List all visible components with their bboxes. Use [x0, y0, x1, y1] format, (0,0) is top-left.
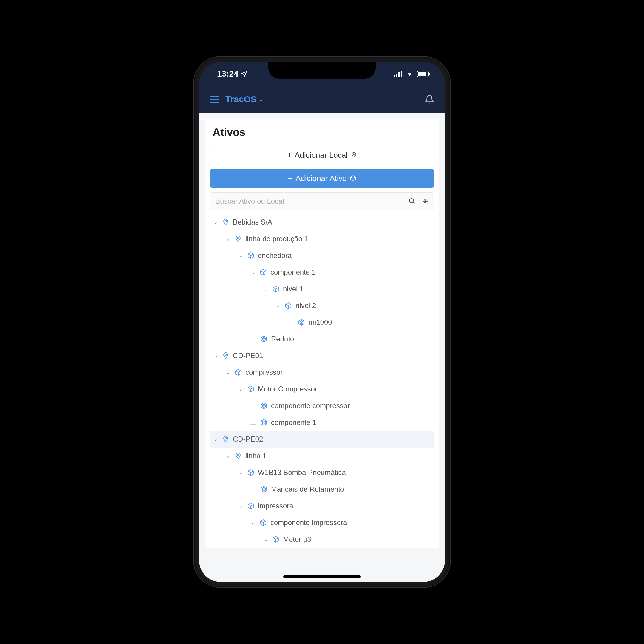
tree-item-label: linha de produção 1	[245, 235, 308, 243]
svg-point-14	[225, 438, 227, 439]
tree-item[interactable]: ⌄Motor Compressor	[210, 381, 434, 397]
tree-item[interactable]: Redutor	[210, 331, 434, 347]
tree-elbow	[250, 400, 256, 408]
tree-item[interactable]: ⌄W1B13 Bomba Pneumática	[210, 464, 434, 481]
notch	[268, 62, 376, 79]
tree-item[interactable]: ⌄CD-PE02	[210, 431, 434, 448]
tree-item[interactable]: ⌄enchedora	[210, 247, 434, 264]
svg-rect-2	[398, 72, 400, 77]
app-title-dropdown[interactable]: TracOS ⌄	[225, 94, 264, 104]
tree-item-label: W1B13 Bomba Pneumática	[258, 468, 346, 477]
svg-point-13	[225, 354, 227, 356]
box-icon	[247, 251, 255, 260]
box-icon	[247, 468, 255, 477]
box-icon	[284, 301, 292, 310]
chevron-down-icon[interactable]: ⌄	[263, 536, 269, 543]
wifi-icon	[405, 71, 414, 77]
tree-item-label: Bebidas S/A	[233, 218, 272, 226]
content-area[interactable]: Ativos + Adicionar Local + Adicionar Ati…	[199, 113, 445, 582]
app-header: TracOS ⌄	[199, 86, 445, 113]
tree-item[interactable]: ⌄componente 1	[210, 264, 434, 281]
chevron-down-icon[interactable]: ⌄	[238, 252, 244, 259]
page-title: Ativos	[210, 126, 434, 139]
add-asset-button[interactable]: + Adicionar Ativo	[210, 169, 434, 188]
asset-tree: ⌄Bebidas S/A⌄linha de produção 1⌄enchedo…	[210, 214, 434, 548]
tree-item-label: nivel 1	[283, 285, 304, 293]
add-asset-label: Adicionar Ativo	[295, 174, 347, 183]
svg-rect-0	[394, 75, 395, 77]
chevron-down-icon[interactable]: ⌄	[238, 503, 244, 509]
tree-elbow	[288, 316, 294, 324]
tree-item[interactable]: ⌄Motor g3	[210, 531, 434, 548]
bell-icon	[425, 95, 434, 104]
chevron-down-icon[interactable]: ⌄	[275, 302, 281, 309]
tree-item-label: componente 1	[270, 268, 316, 276]
chevron-down-icon[interactable]: ⌄	[238, 469, 244, 476]
svg-line-9	[413, 202, 414, 204]
tree-item[interactable]: componente compressor	[210, 397, 434, 414]
tree-item[interactable]: Mancais de Rolamento	[210, 481, 434, 498]
tree-item-label: CD-PE01	[233, 352, 263, 360]
chevron-down-icon: ⌄	[258, 96, 264, 103]
plus-icon: +	[287, 150, 292, 160]
pin-icon	[222, 218, 230, 226]
tree-item[interactable]: ⌄CD-PE01	[210, 347, 434, 364]
svg-point-15	[238, 454, 239, 456]
tree-item-label: linha 1	[245, 452, 267, 460]
tree-item-label: componente compressor	[271, 402, 350, 410]
box-icon	[259, 268, 267, 276]
svg-rect-6	[429, 73, 430, 75]
tree-item-label: Mancais de Rolamento	[271, 485, 344, 493]
menu-button[interactable]	[210, 96, 219, 103]
tree-item[interactable]: ⌄linha 1	[210, 448, 434, 464]
chevron-down-icon[interactable]: ⌄	[225, 453, 231, 459]
diamond-icon	[260, 418, 268, 427]
chevron-down-icon[interactable]: ⌄	[213, 352, 219, 359]
svg-point-7	[353, 154, 355, 155]
tree-item-label: mi1000	[309, 318, 332, 326]
chevron-down-icon[interactable]: ⌄	[263, 286, 269, 292]
tree-item-label: Motor Compressor	[258, 385, 317, 393]
svg-rect-3	[401, 71, 402, 77]
tree-item[interactable]: ⌄compressor	[210, 364, 434, 381]
diamond-icon	[260, 402, 268, 410]
tree-item[interactable]: ⌄linha de produção 1	[210, 230, 434, 247]
notifications-button[interactable]	[425, 95, 434, 104]
home-indicator[interactable]	[283, 575, 361, 578]
search-row	[210, 192, 434, 210]
tree-item-label: compressor	[245, 368, 283, 377]
svg-point-11	[225, 221, 227, 222]
box-icon	[272, 535, 280, 544]
chevron-down-icon[interactable]: ⌄	[213, 436, 219, 442]
assets-card: Ativos + Adicionar Local + Adicionar Ati…	[205, 119, 439, 548]
add-location-button[interactable]: + Adicionar Local	[210, 146, 434, 164]
tree-item[interactable]: ⌄componente impressora	[210, 514, 434, 531]
tree-elbow	[250, 333, 256, 341]
chevron-down-icon[interactable]: ⌄	[250, 519, 256, 526]
status-time: 13:24	[217, 69, 239, 79]
tree-item[interactable]: ⌄Bebidas S/A	[210, 214, 434, 230]
tree-item[interactable]: ⌄nivel 2	[210, 297, 434, 314]
tree-item[interactable]: componente 1	[210, 414, 434, 431]
tree-item[interactable]: mi1000	[210, 314, 434, 331]
box-icon	[259, 518, 267, 527]
chevron-down-icon[interactable]: ⌄	[225, 236, 231, 242]
plus-icon: +	[288, 174, 292, 183]
chevron-down-icon[interactable]: ⌄	[213, 219, 219, 225]
pin-icon	[351, 152, 357, 158]
box-icon	[247, 502, 255, 510]
chevron-down-icon[interactable]: ⌄	[225, 369, 231, 376]
tree-item[interactable]: ⌄impressora	[210, 498, 434, 514]
diamond-icon	[297, 318, 306, 326]
search-input[interactable]	[215, 197, 408, 205]
chevron-down-icon[interactable]: ⌄	[250, 269, 256, 275]
pin-icon	[222, 352, 230, 360]
pin-icon	[222, 435, 230, 443]
search-icon-button[interactable]	[408, 198, 416, 205]
location-arrow-icon	[241, 71, 247, 77]
collapse-expand-button[interactable]	[422, 198, 429, 205]
box-icon	[272, 285, 280, 293]
chevron-down-icon[interactable]: ⌄	[238, 386, 244, 392]
tree-item[interactable]: ⌄nivel 1	[210, 281, 434, 297]
battery-icon	[417, 71, 430, 77]
